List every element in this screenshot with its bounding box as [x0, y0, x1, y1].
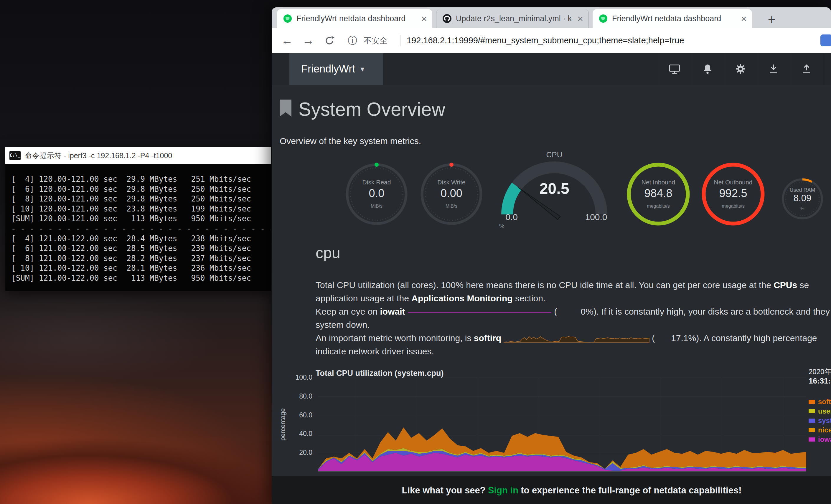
signin-text-pre: Like what you see?	[402, 485, 486, 496]
legend-item[interactable]: softirq	[809, 397, 831, 407]
extension-icon[interactable]	[821, 34, 831, 46]
gauge-dot	[375, 162, 379, 167]
browser-tab-2[interactable]: Update r2s_lean_minimal.yml · k ×	[436, 9, 589, 28]
import-snapshot-button[interactable]	[757, 53, 790, 85]
browser-toolbar: ← → ⓘ 不安全 192.168.2.1:19999/#menu_system…	[272, 28, 831, 53]
gear-icon	[735, 63, 746, 75]
gauge-label: Net Outbound	[701, 179, 766, 186]
gauge-unit: MiB/s	[344, 204, 409, 209]
forward-button[interactable]: →	[300, 28, 316, 53]
legend-swatch	[809, 409, 815, 413]
gauge-value: 992.5	[701, 187, 766, 200]
export-snapshot-button[interactable]	[790, 53, 823, 85]
brand-label: FriendlyWrt	[301, 63, 355, 75]
info-icon[interactable]: ⓘ	[348, 28, 357, 53]
tab-strip: FriendlyWrt netdata dashboard × Update r…	[272, 7, 831, 28]
alarms-button[interactable]	[691, 53, 724, 85]
y-tick: 60.0	[277, 411, 312, 419]
gauge-value: 984.8	[626, 187, 691, 200]
gauge-unit: %	[493, 223, 511, 230]
section-title-cpu: cpu	[316, 244, 340, 262]
gauge-net-outbound[interactable]: Net Outbound 992.5 megabits/s	[701, 162, 766, 227]
tab-title: Update r2s_lean_minimal.yml · k	[456, 14, 574, 23]
terminal-title: 命令提示符 - iperf3 -c 192.168.1.2 -P4 -t1000	[25, 151, 172, 160]
y-tick: 40.0	[277, 430, 312, 438]
legend-label: softirq	[818, 398, 831, 406]
legend-item[interactable]: user	[809, 407, 831, 416]
netdata-brand-dropdown[interactable]: FriendlyWrt ▾	[289, 53, 384, 85]
legend-item[interactable]: system	[809, 416, 831, 425]
gauge-value: 20.5	[498, 180, 610, 197]
gauge-label: Disk Read	[344, 179, 409, 186]
gauge-min: 0.0	[498, 212, 525, 222]
text-line: indicate network driver issues.	[316, 345, 831, 358]
y-tick: 100.0	[277, 374, 312, 382]
applications-monitoring-link[interactable]: Applications Monitoring	[411, 293, 512, 303]
gauge-unit: %	[779, 206, 826, 211]
download-icon	[768, 63, 779, 75]
text: section.	[513, 293, 546, 303]
github-icon	[442, 14, 452, 23]
reload-button[interactable]	[321, 28, 338, 53]
text: Keep an eye on	[316, 307, 380, 316]
settings-button[interactable]	[724, 53, 757, 85]
browser-tab-3-active[interactable]: FriendlyWrt netdata dashboard ×	[593, 9, 752, 28]
chart-title: Total CPU utilization (system.cpu)	[316, 369, 444, 378]
close-icon[interactable]: ×	[421, 13, 427, 24]
text: (	[554, 307, 557, 316]
address-bar[interactable]: 192.168.2.1:19999/#menu_system_submenu_c…	[407, 28, 684, 53]
gauge-disk-write[interactable]: Disk Write 0.00 MiB/s	[419, 162, 484, 227]
upload-icon	[801, 63, 812, 75]
chart-legend: softirq user system nice iowait	[809, 397, 831, 444]
gauge-label: Used RAM	[779, 187, 826, 193]
page-subtitle: Overview of the key system metrics.	[280, 136, 421, 146]
legend-label: user	[818, 407, 831, 415]
cpu-utilization-chart[interactable]	[318, 378, 806, 472]
signin-link[interactable]: Sign in	[488, 485, 518, 496]
gauge-cpu[interactable]: CPU 20.5 0.0 100.0 %	[498, 150, 610, 230]
signin-text-post: to experience the full-range of netdata …	[521, 485, 741, 496]
text: A constantly high percentage	[701, 333, 817, 343]
chevron-down-icon: ▾	[361, 64, 364, 73]
gauge-net-inbound[interactable]: Net Inbound 984.8 megabits/s	[626, 162, 691, 227]
legend-swatch	[809, 438, 815, 442]
browser-tab-1[interactable]: FriendlyWrt netdata dashboard ×	[277, 9, 432, 28]
gauge-unit: megabits/s	[701, 204, 766, 209]
security-label[interactable]: 不安全	[364, 28, 388, 53]
monitor-icon	[669, 64, 681, 74]
cpu-section-text: Total CPU utilization (all cores). 100% …	[316, 278, 831, 358]
page-title: System Overview	[298, 99, 445, 119]
signin-banner: Like what you see? Sign in to experience…	[272, 476, 831, 504]
gauge-label: CPU	[498, 150, 610, 159]
softirq-value: 17.1%).	[671, 333, 701, 343]
tab-title: FriendlyWrt netdata dashboard	[296, 14, 418, 23]
text-line: Total CPU utilization (all cores). 100% …	[316, 278, 831, 292]
monitor-button[interactable]	[658, 53, 691, 85]
text: (	[652, 333, 655, 343]
page-header: System Overview	[280, 99, 445, 119]
cpus-link[interactable]: CPUs	[774, 280, 797, 290]
close-icon[interactable]: ×	[577, 13, 583, 24]
gauge-disk-read[interactable]: Disk Read 0.0 MiB/s	[344, 162, 409, 227]
back-button[interactable]: ←	[279, 28, 295, 53]
text: If it is constantly high, your disks are…	[599, 307, 831, 316]
softirq-sparkline[interactable]	[504, 335, 650, 343]
terminal-titlebar[interactable]: C:\_ 命令提示符 - iperf3 -c 192.168.1.2 -P4 -…	[5, 147, 271, 164]
new-tab-button[interactable]: +	[763, 11, 780, 28]
text-line: Keep an eye on iowait(0%). If it is cons…	[316, 305, 831, 318]
netdata-icon	[599, 14, 608, 23]
chart-date: 2020年3	[809, 367, 831, 377]
legend-item[interactable]: iowait	[809, 435, 831, 444]
gauge-used-ram[interactable]: Used RAM 8.09 %	[779, 175, 826, 223]
legend-label: iowait	[818, 435, 831, 444]
desktop-background: C:\_ 命令提示符 - iperf3 -c 192.168.1.2 -P4 -…	[0, 0, 831, 504]
close-icon[interactable]: ×	[741, 13, 747, 24]
terminal-output: [ 4] 120.00-121.00 sec 29.9 MBytes 251 M…	[5, 164, 271, 291]
cmd-icon: C:\_	[9, 151, 21, 160]
text: se	[797, 280, 809, 290]
iowait-sparkline[interactable]	[407, 310, 552, 314]
iowait-value: 0%).	[581, 307, 599, 316]
gauge-label: Net Inbound	[626, 179, 691, 186]
gauge-dot	[449, 162, 454, 167]
legend-item[interactable]: nice	[809, 425, 831, 435]
